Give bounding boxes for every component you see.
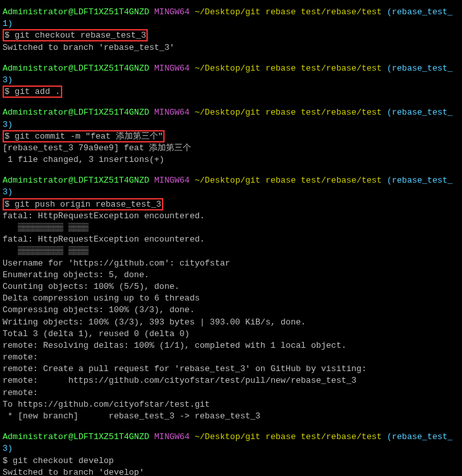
command-line[interactable]: $ git add . bbox=[3, 86, 459, 98]
terminal-window[interactable]: Administrator@LDFT1XZ51T4GNZD MINGW64 ~/… bbox=[3, 6, 459, 476]
command-line[interactable]: $ git checkout rebase_test_3 bbox=[3, 30, 459, 41]
output-line: To https://github.com/cityofstar/test.gi… bbox=[3, 399, 459, 411]
output-line: * [new branch] rebase_test_3 -> rebase_t… bbox=[3, 411, 459, 422]
prompt-line: Administrator@LDFT1XZ51T4GNZD MINGW64 ~/… bbox=[3, 6, 459, 30]
output-line: Switched to branch 'develop' bbox=[3, 467, 459, 476]
output-line: Total 3 (delta 1), reused 0 (delta 0) bbox=[3, 328, 459, 340]
output-line: remote: Create a pull request for 'rebas… bbox=[3, 363, 459, 375]
output-line: ▒▒▒▒▒▒▒▒▒ ▒▒▒▒ bbox=[3, 245, 459, 257]
output-line: Username for 'https://github.com': cityo… bbox=[3, 258, 459, 269]
output-line: 1 file changed, 3 insertions(+) bbox=[3, 154, 459, 166]
output-line: Writing objects: 100% (3/3), 393 bytes |… bbox=[3, 317, 459, 328]
command-line[interactable]: $ git push origin rebase_test_3 bbox=[3, 199, 459, 210]
blank-line bbox=[3, 98, 459, 107]
output-line: [rebase_test_3 79a9ee9] feat 添加第三个 bbox=[3, 142, 459, 154]
prompt-line: Administrator@LDFT1XZ51T4GNZD MINGW64 ~/… bbox=[3, 175, 459, 198]
output-line: remote: Resolving deltas: 100% (1/1), co… bbox=[3, 340, 459, 352]
output-line: Enumerating objects: 5, done. bbox=[3, 269, 459, 281]
prompt-line: Administrator@LDFT1XZ51T4GNZD MINGW64 ~/… bbox=[3, 107, 459, 130]
output-line: remote: bbox=[3, 352, 459, 363]
output-line: ▒▒▒▒▒▒▒▒▒ ▒▒▒▒ bbox=[3, 222, 459, 234]
output-line: Counting objects: 100% (5/5), done. bbox=[3, 281, 459, 293]
command-line[interactable]: $ git commit -m "feat 添加第三个" bbox=[3, 131, 459, 142]
output-line: fatal: HttpRequestException encountered. bbox=[3, 234, 459, 245]
prompt-line: Administrator@LDFT1XZ51T4GNZD MINGW64 ~/… bbox=[3, 431, 459, 455]
blank-line bbox=[3, 422, 459, 431]
blank-line bbox=[3, 54, 459, 63]
output-line: Delta compression using up to 6 threads bbox=[3, 293, 459, 304]
prompt-line: Administrator@LDFT1XZ51T4GNZD MINGW64 ~/… bbox=[3, 63, 459, 86]
output-line: remote: bbox=[3, 387, 459, 399]
output-line: remote: https://github.com/cityofstar/te… bbox=[3, 375, 459, 387]
blank-line bbox=[3, 166, 459, 175]
output-line: Switched to branch 'rebase_test_3' bbox=[3, 42, 459, 54]
command-line[interactable]: $ git checkout develop bbox=[3, 455, 459, 467]
output-line: fatal: HttpRequestException encountered. bbox=[3, 210, 459, 222]
output-line: Compressing objects: 100% (3/3), done. bbox=[3, 304, 459, 316]
